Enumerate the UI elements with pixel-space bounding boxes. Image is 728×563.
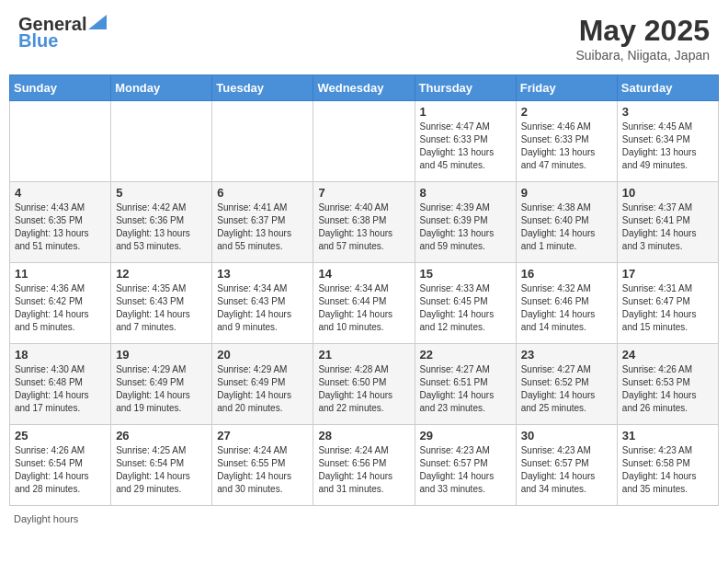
title-block: May 2025 Suibara, Niigata, Japan: [575, 14, 710, 63]
table-row: 14Sunrise: 4:34 AM Sunset: 6:44 PM Dayli…: [313, 263, 415, 344]
day-info: Sunrise: 4:35 AM Sunset: 6:43 PM Dayligh…: [116, 282, 207, 334]
table-row: 29Sunrise: 4:23 AM Sunset: 6:57 PM Dayli…: [415, 425, 516, 506]
day-number: 2: [521, 105, 612, 119]
day-number: 9: [521, 186, 612, 200]
calendar-week-4: 18Sunrise: 4:30 AM Sunset: 6:48 PM Dayli…: [10, 344, 719, 425]
calendar-week-5: 25Sunrise: 4:26 AM Sunset: 6:54 PM Dayli…: [10, 425, 719, 506]
day-number: 11: [15, 267, 106, 281]
day-number: 1: [420, 105, 511, 119]
table-row: 26Sunrise: 4:25 AM Sunset: 6:54 PM Dayli…: [111, 425, 212, 506]
calendar-body: 1Sunrise: 4:47 AM Sunset: 6:33 PM Daylig…: [10, 101, 719, 506]
table-row: 27Sunrise: 4:24 AM Sunset: 6:55 PM Dayli…: [212, 425, 313, 506]
table-row: 28Sunrise: 4:24 AM Sunset: 6:56 PM Dayli…: [313, 425, 415, 506]
day-info: Sunrise: 4:38 AM Sunset: 6:40 PM Dayligh…: [521, 201, 612, 253]
day-info: Sunrise: 4:27 AM Sunset: 6:51 PM Dayligh…: [420, 363, 511, 415]
logo-icon: [88, 15, 107, 29]
day-number: 30: [521, 429, 612, 442]
day-number: 13: [217, 267, 308, 281]
calendar-title: May 2025: [575, 14, 710, 48]
day-number: 4: [15, 186, 106, 200]
calendar-header: Sunday Monday Tuesday Wednesday Thursday…: [10, 75, 719, 101]
table-row: 18Sunrise: 4:30 AM Sunset: 6:48 PM Dayli…: [10, 344, 111, 425]
table-row: 31Sunrise: 4:23 AM Sunset: 6:58 PM Dayli…: [617, 425, 718, 506]
day-info: Sunrise: 4:30 AM Sunset: 6:48 PM Dayligh…: [15, 363, 106, 415]
day-info: Sunrise: 4:24 AM Sunset: 6:55 PM Dayligh…: [217, 444, 308, 496]
day-number: 17: [622, 267, 713, 281]
day-number: 28: [318, 429, 409, 442]
table-row: [111, 101, 212, 182]
day-number: 16: [521, 267, 612, 281]
day-info: Sunrise: 4:33 AM Sunset: 6:45 PM Dayligh…: [420, 282, 511, 334]
day-info: Sunrise: 4:25 AM Sunset: 6:54 PM Dayligh…: [116, 444, 207, 496]
day-number: 3: [622, 105, 713, 119]
table-row: 22Sunrise: 4:27 AM Sunset: 6:51 PM Dayli…: [415, 344, 516, 425]
calendar-table: Sunday Monday Tuesday Wednesday Thursday…: [9, 75, 719, 506]
table-row: 7Sunrise: 4:40 AM Sunset: 6:38 PM Daylig…: [313, 182, 415, 263]
day-number: 24: [622, 348, 713, 362]
header-row: Sunday Monday Tuesday Wednesday Thursday…: [10, 75, 719, 101]
table-row: 11Sunrise: 4:36 AM Sunset: 6:42 PM Dayli…: [10, 263, 111, 344]
table-row: 8Sunrise: 4:39 AM Sunset: 6:39 PM Daylig…: [415, 182, 516, 263]
table-row: [212, 101, 313, 182]
day-number: 21: [318, 348, 409, 362]
day-info: Sunrise: 4:36 AM Sunset: 6:42 PM Dayligh…: [15, 282, 106, 334]
day-info: Sunrise: 4:39 AM Sunset: 6:39 PM Dayligh…: [420, 201, 511, 253]
table-row: 24Sunrise: 4:26 AM Sunset: 6:53 PM Dayli…: [617, 344, 718, 425]
col-monday: Monday: [111, 75, 212, 101]
col-saturday: Saturday: [617, 75, 718, 101]
day-info: Sunrise: 4:29 AM Sunset: 6:49 PM Dayligh…: [116, 363, 207, 415]
col-wednesday: Wednesday: [313, 75, 415, 101]
logo-blue-text: Blue: [18, 30, 58, 51]
day-number: 22: [420, 348, 511, 362]
day-info: Sunrise: 4:31 AM Sunset: 6:47 PM Dayligh…: [622, 282, 713, 334]
calendar-week-2: 4Sunrise: 4:43 AM Sunset: 6:35 PM Daylig…: [10, 182, 719, 263]
logo: General Blue: [18, 14, 107, 51]
day-number: 25: [15, 429, 106, 442]
day-info: Sunrise: 4:23 AM Sunset: 6:57 PM Dayligh…: [420, 444, 511, 496]
table-row: 9Sunrise: 4:38 AM Sunset: 6:40 PM Daylig…: [516, 182, 617, 263]
table-row: 23Sunrise: 4:27 AM Sunset: 6:52 PM Dayli…: [516, 344, 617, 425]
day-info: Sunrise: 4:28 AM Sunset: 6:50 PM Dayligh…: [318, 363, 409, 415]
col-thursday: Thursday: [415, 75, 516, 101]
day-info: Sunrise: 4:37 AM Sunset: 6:41 PM Dayligh…: [622, 201, 713, 253]
day-info: Sunrise: 4:40 AM Sunset: 6:38 PM Dayligh…: [318, 201, 409, 253]
table-row: 1Sunrise: 4:47 AM Sunset: 6:33 PM Daylig…: [415, 101, 516, 182]
table-row: 16Sunrise: 4:32 AM Sunset: 6:46 PM Dayli…: [516, 263, 617, 344]
day-info: Sunrise: 4:43 AM Sunset: 6:35 PM Dayligh…: [15, 201, 106, 253]
day-number: 15: [420, 267, 511, 281]
calendar-subtitle: Suibara, Niigata, Japan: [575, 48, 710, 63]
col-friday: Friday: [516, 75, 617, 101]
col-tuesday: Tuesday: [212, 75, 313, 101]
table-row: [313, 101, 415, 182]
table-row: 19Sunrise: 4:29 AM Sunset: 6:49 PM Dayli…: [111, 344, 212, 425]
table-row: 10Sunrise: 4:37 AM Sunset: 6:41 PM Dayli…: [617, 182, 718, 263]
table-row: 13Sunrise: 4:34 AM Sunset: 6:43 PM Dayli…: [212, 263, 313, 344]
table-row: 20Sunrise: 4:29 AM Sunset: 6:49 PM Dayli…: [212, 344, 313, 425]
day-number: 18: [15, 348, 106, 362]
day-number: 20: [217, 348, 308, 362]
day-number: 14: [318, 267, 409, 281]
table-row: 3Sunrise: 4:45 AM Sunset: 6:34 PM Daylig…: [617, 101, 718, 182]
day-info: Sunrise: 4:42 AM Sunset: 6:36 PM Dayligh…: [116, 201, 207, 253]
svg-marker-0: [88, 15, 107, 29]
page-header: General Blue May 2025 Suibara, Niigata, …: [9, 9, 719, 67]
day-info: Sunrise: 4:34 AM Sunset: 6:43 PM Dayligh…: [217, 282, 308, 334]
day-number: 6: [217, 186, 308, 200]
day-number: 19: [116, 348, 207, 362]
day-info: Sunrise: 4:26 AM Sunset: 6:53 PM Dayligh…: [622, 363, 713, 415]
day-number: 31: [622, 429, 713, 442]
day-number: 26: [116, 429, 207, 442]
day-info: Sunrise: 4:47 AM Sunset: 6:33 PM Dayligh…: [420, 121, 511, 172]
day-number: 10: [622, 186, 713, 200]
table-row: 30Sunrise: 4:23 AM Sunset: 6:57 PM Dayli…: [516, 425, 617, 506]
table-row: 5Sunrise: 4:42 AM Sunset: 6:36 PM Daylig…: [111, 182, 212, 263]
day-number: 29: [420, 429, 511, 442]
day-info: Sunrise: 4:23 AM Sunset: 6:58 PM Dayligh…: [622, 444, 713, 496]
table-row: 6Sunrise: 4:41 AM Sunset: 6:37 PM Daylig…: [212, 182, 313, 263]
table-row: 21Sunrise: 4:28 AM Sunset: 6:50 PM Dayli…: [313, 344, 415, 425]
table-row: 25Sunrise: 4:26 AM Sunset: 6:54 PM Dayli…: [10, 425, 111, 506]
day-number: 12: [116, 267, 207, 281]
day-info: Sunrise: 4:24 AM Sunset: 6:56 PM Dayligh…: [318, 444, 409, 496]
day-number: 23: [521, 348, 612, 362]
day-info: Sunrise: 4:27 AM Sunset: 6:52 PM Dayligh…: [521, 363, 612, 415]
